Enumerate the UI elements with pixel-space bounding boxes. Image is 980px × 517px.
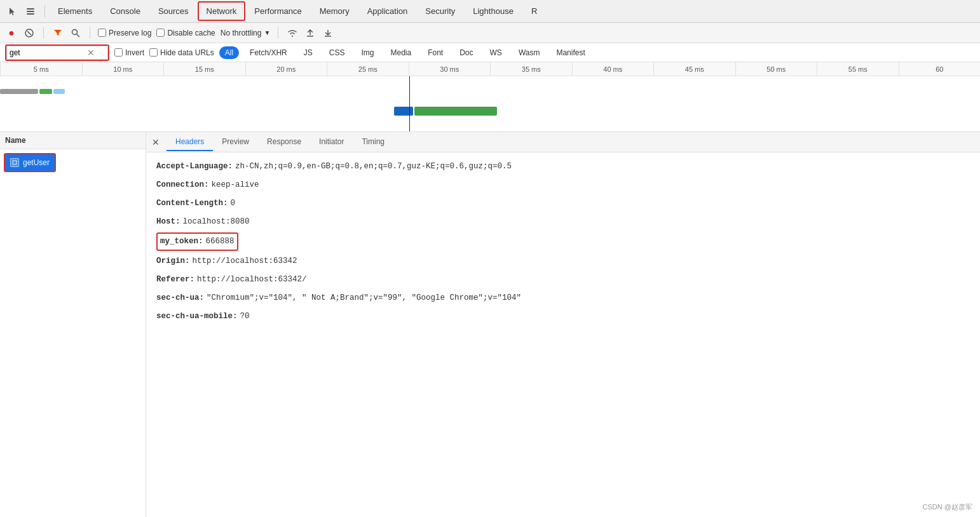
detail-panel: ✕ Headers Preview Response Initiator Tim… [146, 132, 980, 517]
tick-5: 25 ms [327, 62, 409, 76]
header-key-7: sec-ch-ua: [156, 290, 204, 306]
header-val-7: "Chromium";v="104", " Not A;Brand";v="99… [207, 290, 521, 306]
chip-img[interactable]: Img [355, 46, 379, 59]
tab-performance[interactable]: Performance [245, 1, 310, 21]
tab-timing[interactable]: Timing [353, 133, 393, 151]
hide-data-urls-label[interactable]: Hide data URLs [149, 48, 214, 57]
tick-7: 35 ms [490, 62, 572, 76]
chip-css[interactable]: CSS [323, 46, 351, 59]
header-key-5: Origin: [156, 253, 190, 269]
invert-label[interactable]: Invert [114, 48, 144, 57]
network-toolbar: ● Preserve log Disable cache No throttli… [0, 23, 980, 43]
wifi-icon[interactable] [286, 27, 299, 39]
tab-memory[interactable]: Memory [311, 1, 358, 21]
tab-preview[interactable]: Preview [213, 133, 258, 151]
header-line-5: Origin: http://localhost:63342 [156, 252, 970, 271]
record-button[interactable]: ● [5, 27, 18, 39]
timeline-ruler: 5 ms 10 ms 15 ms 20 ms 25 ms 30 ms 35 ms… [0, 62, 980, 76]
name-item-label: getUser [23, 158, 50, 167]
waterfall-bar-3 [53, 89, 65, 94]
header-val-6: http://localhost:63342/ [197, 272, 307, 288]
header-line-4: my_token: 666888 [156, 231, 970, 252]
tick-2: 10 ms [82, 62, 164, 76]
chip-media[interactable]: Media [385, 46, 417, 59]
svg-rect-0 [27, 8, 34, 10]
header-line-1: Connection: keep-alive [156, 176, 970, 194]
cursor-icon[interactable] [5, 4, 20, 19]
header-key-4: my_token: [160, 234, 203, 250]
main-panel: Name getUser ✕ Headers Preview Response … [0, 132, 980, 517]
tick-10: 50 ms [735, 62, 817, 76]
waterfall-bar-5 [414, 107, 497, 116]
header-val-8: ?0 [240, 309, 250, 325]
tick-3: 15 ms [163, 62, 245, 76]
headers-content: Accept-Language: zh-CN,zh;q=0.9,en-GB;q=… [146, 152, 980, 331]
tab-headers[interactable]: Headers [167, 133, 213, 151]
toolbar-separator-2 [90, 27, 90, 39]
tab-elements[interactable]: Elements [49, 1, 101, 21]
header-val-3: localhost:8080 [183, 214, 250, 230]
chip-js[interactable]: JS [298, 46, 318, 59]
tab-network[interactable]: Network [198, 1, 246, 21]
chip-fetch-xhr[interactable]: Fetch/XHR [244, 46, 293, 59]
filter-input[interactable] [10, 48, 86, 57]
timeline-vline [409, 76, 410, 132]
disable-cache-label[interactable]: Disable cache [156, 29, 215, 37]
chip-font[interactable]: Font [422, 46, 449, 59]
tab-console[interactable]: Console [101, 1, 149, 21]
hide-data-urls-checkbox[interactable] [149, 48, 158, 57]
tab-initiator[interactable]: Initiator [310, 133, 353, 151]
chip-manifest[interactable]: Manifest [550, 46, 590, 59]
filter-input-wrap: ✕ [6, 46, 108, 60]
header-line-6: Referer: http://localhost:63342/ [156, 271, 970, 289]
disable-cache-checkbox[interactable] [156, 29, 165, 37]
header-key-6: Referer: [156, 272, 194, 288]
filter-icon[interactable] [51, 27, 64, 39]
header-val-0: zh-CN,zh;q=0.9,en-GB;q=0.8,en;q=0.7,guz-… [235, 159, 512, 175]
header-val-1: keep-alive [212, 177, 259, 193]
svg-rect-9 [13, 161, 17, 164]
tick-11: 55 ms [817, 62, 899, 76]
preserve-log-label[interactable]: Preserve log [98, 29, 151, 37]
header-line-7: sec-ch-ua: "Chromium";v="104", " Not A;B… [156, 289, 970, 307]
tab-security[interactable]: Security [416, 1, 464, 21]
toolbar-separator-1 [43, 27, 44, 39]
throttle-select[interactable]: No throttling ▼ [221, 29, 271, 37]
detail-tabs: ✕ Headers Preview Response Initiator Tim… [146, 132, 980, 152]
header-val-4: 666888 [206, 234, 235, 250]
filter-clear-button[interactable]: ✕ [87, 48, 95, 58]
waterfall-bar-2 [39, 89, 52, 94]
stop-button[interactable] [23, 27, 36, 39]
svg-line-4 [27, 31, 31, 35]
tab-r[interactable]: R [522, 1, 546, 21]
search-icon[interactable] [69, 27, 82, 39]
tab-separator [44, 5, 45, 18]
upload-icon[interactable] [304, 27, 316, 39]
preserve-log-checkbox[interactable] [98, 29, 106, 37]
header-val-2: 0 [231, 196, 236, 211]
throttle-arrow-icon: ▼ [264, 29, 270, 36]
tab-sources[interactable]: Sources [149, 1, 198, 21]
name-item-getuser[interactable]: getUser [5, 154, 55, 171]
layers-icon[interactable] [23, 4, 38, 19]
devtools-tab-bar: Elements Console Sources Network Perform… [0, 0, 980, 23]
header-line-8: sec-ch-ua-mobile: ?0 [156, 307, 970, 326]
chip-all[interactable]: All [219, 46, 239, 59]
chip-doc[interactable]: Doc [454, 46, 479, 59]
header-key-2: Content-Length: [156, 196, 228, 211]
request-icon [10, 158, 19, 167]
chip-ws[interactable]: WS [484, 46, 508, 59]
svg-rect-1 [27, 11, 34, 12]
invert-checkbox[interactable] [114, 48, 123, 57]
chip-wasm[interactable]: Wasm [513, 46, 546, 59]
close-detail-button[interactable]: ✕ [149, 135, 163, 149]
header-line-0: Accept-Language: zh-CN,zh;q=0.9,en-GB;q=… [156, 158, 970, 176]
name-panel-header: Name [0, 132, 146, 149]
waterfall-bar-1 [0, 89, 38, 94]
download-icon[interactable] [322, 27, 334, 39]
tab-lighthouse[interactable]: Lighthouse [464, 1, 522, 21]
header-key-1: Connection: [156, 177, 209, 193]
svg-rect-2 [27, 13, 34, 15]
tab-response[interactable]: Response [258, 133, 310, 151]
tab-application[interactable]: Application [358, 1, 417, 21]
